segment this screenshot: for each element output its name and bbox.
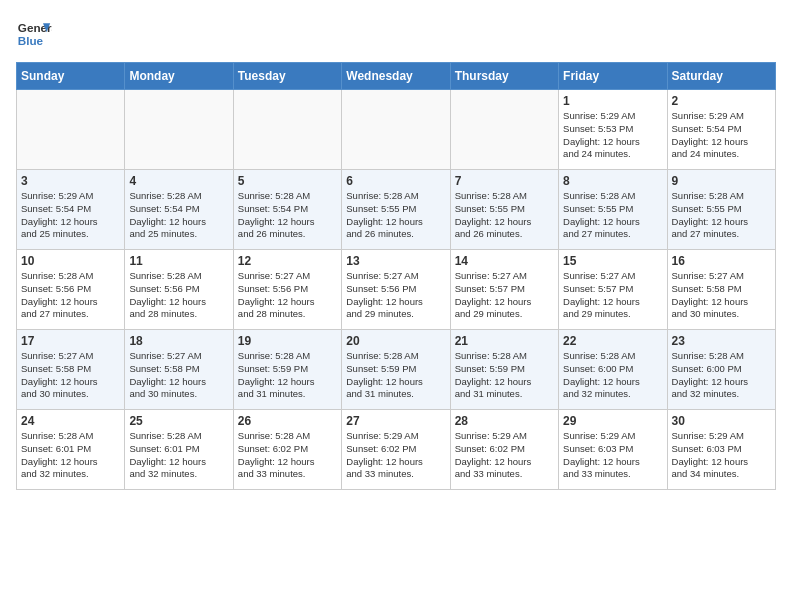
- day-number: 30: [672, 414, 771, 428]
- day-number: 14: [455, 254, 554, 268]
- logo: General Blue: [16, 16, 52, 52]
- day-info: Sunrise: 5:29 AMSunset: 5:54 PMDaylight:…: [672, 110, 771, 161]
- calendar-cell: 7Sunrise: 5:28 AMSunset: 5:55 PMDaylight…: [450, 170, 558, 250]
- day-number: 11: [129, 254, 228, 268]
- day-info: Sunrise: 5:28 AMSunset: 5:55 PMDaylight:…: [455, 190, 554, 241]
- calendar-cell: 20Sunrise: 5:28 AMSunset: 5:59 PMDayligh…: [342, 330, 450, 410]
- day-number: 13: [346, 254, 445, 268]
- calendar-cell: 15Sunrise: 5:27 AMSunset: 5:57 PMDayligh…: [559, 250, 667, 330]
- calendar-cell: 22Sunrise: 5:28 AMSunset: 6:00 PMDayligh…: [559, 330, 667, 410]
- calendar-cell: 11Sunrise: 5:28 AMSunset: 5:56 PMDayligh…: [125, 250, 233, 330]
- weekday-header-tuesday: Tuesday: [233, 63, 341, 90]
- day-number: 12: [238, 254, 337, 268]
- day-info: Sunrise: 5:28 AMSunset: 6:02 PMDaylight:…: [238, 430, 337, 481]
- day-info: Sunrise: 5:28 AMSunset: 5:55 PMDaylight:…: [346, 190, 445, 241]
- calendar-cell: 18Sunrise: 5:27 AMSunset: 5:58 PMDayligh…: [125, 330, 233, 410]
- calendar-cell: 12Sunrise: 5:27 AMSunset: 5:56 PMDayligh…: [233, 250, 341, 330]
- day-info: Sunrise: 5:28 AMSunset: 5:56 PMDaylight:…: [21, 270, 120, 321]
- day-number: 21: [455, 334, 554, 348]
- weekday-header-row: SundayMondayTuesdayWednesdayThursdayFrid…: [17, 63, 776, 90]
- calendar-week-1: 1Sunrise: 5:29 AMSunset: 5:53 PMDaylight…: [17, 90, 776, 170]
- day-number: 10: [21, 254, 120, 268]
- day-info: Sunrise: 5:28 AMSunset: 6:00 PMDaylight:…: [563, 350, 662, 401]
- calendar-cell: [17, 90, 125, 170]
- day-number: 4: [129, 174, 228, 188]
- day-number: 29: [563, 414, 662, 428]
- day-info: Sunrise: 5:28 AMSunset: 5:56 PMDaylight:…: [129, 270, 228, 321]
- day-info: Sunrise: 5:28 AMSunset: 5:59 PMDaylight:…: [455, 350, 554, 401]
- calendar-cell: 14Sunrise: 5:27 AMSunset: 5:57 PMDayligh…: [450, 250, 558, 330]
- weekday-header-sunday: Sunday: [17, 63, 125, 90]
- day-info: Sunrise: 5:28 AMSunset: 5:59 PMDaylight:…: [238, 350, 337, 401]
- day-info: Sunrise: 5:28 AMSunset: 5:55 PMDaylight:…: [563, 190, 662, 241]
- day-number: 7: [455, 174, 554, 188]
- calendar-cell: 9Sunrise: 5:28 AMSunset: 5:55 PMDaylight…: [667, 170, 775, 250]
- day-number: 17: [21, 334, 120, 348]
- calendar-cell: [233, 90, 341, 170]
- calendar-cell: 25Sunrise: 5:28 AMSunset: 6:01 PMDayligh…: [125, 410, 233, 490]
- day-info: Sunrise: 5:27 AMSunset: 5:58 PMDaylight:…: [129, 350, 228, 401]
- day-info: Sunrise: 5:28 AMSunset: 6:00 PMDaylight:…: [672, 350, 771, 401]
- day-info: Sunrise: 5:29 AMSunset: 5:53 PMDaylight:…: [563, 110, 662, 161]
- calendar-cell: [450, 90, 558, 170]
- day-info: Sunrise: 5:28 AMSunset: 5:55 PMDaylight:…: [672, 190, 771, 241]
- calendar-cell: 4Sunrise: 5:28 AMSunset: 5:54 PMDaylight…: [125, 170, 233, 250]
- weekday-header-monday: Monday: [125, 63, 233, 90]
- calendar-cell: [125, 90, 233, 170]
- day-number: 16: [672, 254, 771, 268]
- weekday-header-wednesday: Wednesday: [342, 63, 450, 90]
- day-number: 5: [238, 174, 337, 188]
- day-info: Sunrise: 5:28 AMSunset: 6:01 PMDaylight:…: [21, 430, 120, 481]
- calendar-cell: 8Sunrise: 5:28 AMSunset: 5:55 PMDaylight…: [559, 170, 667, 250]
- day-info: Sunrise: 5:28 AMSunset: 5:59 PMDaylight:…: [346, 350, 445, 401]
- day-number: 22: [563, 334, 662, 348]
- day-number: 19: [238, 334, 337, 348]
- day-info: Sunrise: 5:28 AMSunset: 5:54 PMDaylight:…: [129, 190, 228, 241]
- calendar-cell: 21Sunrise: 5:28 AMSunset: 5:59 PMDayligh…: [450, 330, 558, 410]
- day-number: 23: [672, 334, 771, 348]
- calendar-week-4: 17Sunrise: 5:27 AMSunset: 5:58 PMDayligh…: [17, 330, 776, 410]
- day-info: Sunrise: 5:27 AMSunset: 5:56 PMDaylight:…: [238, 270, 337, 321]
- day-number: 2: [672, 94, 771, 108]
- day-info: Sunrise: 5:29 AMSunset: 5:54 PMDaylight:…: [21, 190, 120, 241]
- calendar-cell: 24Sunrise: 5:28 AMSunset: 6:01 PMDayligh…: [17, 410, 125, 490]
- weekday-header-thursday: Thursday: [450, 63, 558, 90]
- day-number: 28: [455, 414, 554, 428]
- calendar-week-2: 3Sunrise: 5:29 AMSunset: 5:54 PMDaylight…: [17, 170, 776, 250]
- calendar-cell: 10Sunrise: 5:28 AMSunset: 5:56 PMDayligh…: [17, 250, 125, 330]
- calendar-cell: 28Sunrise: 5:29 AMSunset: 6:02 PMDayligh…: [450, 410, 558, 490]
- day-info: Sunrise: 5:27 AMSunset: 5:58 PMDaylight:…: [21, 350, 120, 401]
- calendar-cell: 1Sunrise: 5:29 AMSunset: 5:53 PMDaylight…: [559, 90, 667, 170]
- day-info: Sunrise: 5:28 AMSunset: 6:01 PMDaylight:…: [129, 430, 228, 481]
- calendar-cell: 6Sunrise: 5:28 AMSunset: 5:55 PMDaylight…: [342, 170, 450, 250]
- calendar-cell: 19Sunrise: 5:28 AMSunset: 5:59 PMDayligh…: [233, 330, 341, 410]
- calendar-cell: [342, 90, 450, 170]
- day-number: 26: [238, 414, 337, 428]
- day-info: Sunrise: 5:29 AMSunset: 6:02 PMDaylight:…: [346, 430, 445, 481]
- day-info: Sunrise: 5:29 AMSunset: 6:03 PMDaylight:…: [672, 430, 771, 481]
- day-info: Sunrise: 5:29 AMSunset: 6:02 PMDaylight:…: [455, 430, 554, 481]
- calendar-cell: 17Sunrise: 5:27 AMSunset: 5:58 PMDayligh…: [17, 330, 125, 410]
- day-info: Sunrise: 5:28 AMSunset: 5:54 PMDaylight:…: [238, 190, 337, 241]
- calendar-cell: 13Sunrise: 5:27 AMSunset: 5:56 PMDayligh…: [342, 250, 450, 330]
- day-number: 8: [563, 174, 662, 188]
- calendar-cell: 23Sunrise: 5:28 AMSunset: 6:00 PMDayligh…: [667, 330, 775, 410]
- day-number: 18: [129, 334, 228, 348]
- day-info: Sunrise: 5:27 AMSunset: 5:58 PMDaylight:…: [672, 270, 771, 321]
- day-number: 20: [346, 334, 445, 348]
- calendar-cell: 26Sunrise: 5:28 AMSunset: 6:02 PMDayligh…: [233, 410, 341, 490]
- day-info: Sunrise: 5:27 AMSunset: 5:57 PMDaylight:…: [563, 270, 662, 321]
- day-info: Sunrise: 5:27 AMSunset: 5:57 PMDaylight:…: [455, 270, 554, 321]
- calendar-cell: 3Sunrise: 5:29 AMSunset: 5:54 PMDaylight…: [17, 170, 125, 250]
- page: General Blue SundayMondayTuesdayWednesda…: [0, 0, 792, 506]
- header: General Blue: [16, 16, 776, 52]
- calendar-cell: 30Sunrise: 5:29 AMSunset: 6:03 PMDayligh…: [667, 410, 775, 490]
- calendar-table: SundayMondayTuesdayWednesdayThursdayFrid…: [16, 62, 776, 490]
- calendar-week-3: 10Sunrise: 5:28 AMSunset: 5:56 PMDayligh…: [17, 250, 776, 330]
- day-info: Sunrise: 5:27 AMSunset: 5:56 PMDaylight:…: [346, 270, 445, 321]
- day-number: 9: [672, 174, 771, 188]
- calendar-cell: 5Sunrise: 5:28 AMSunset: 5:54 PMDaylight…: [233, 170, 341, 250]
- calendar-week-5: 24Sunrise: 5:28 AMSunset: 6:01 PMDayligh…: [17, 410, 776, 490]
- logo-icon: General Blue: [16, 16, 52, 52]
- weekday-header-friday: Friday: [559, 63, 667, 90]
